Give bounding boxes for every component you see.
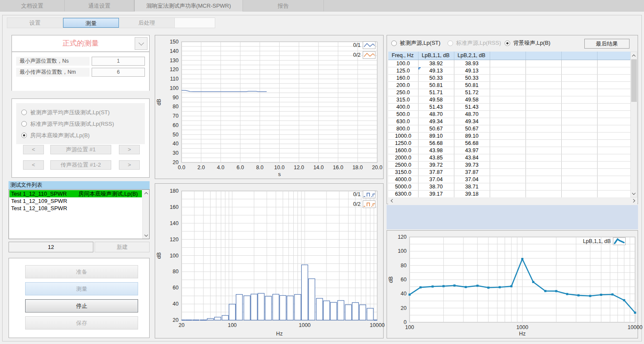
table-cell[interactable]	[597, 168, 630, 176]
scroll-down-icon[interactable]	[630, 190, 637, 197]
table-cell[interactable]: 89.10	[454, 132, 490, 139]
table-cell[interactable]: 315.0	[388, 96, 418, 103]
test-type-option-2[interactable]: 标准声源平均声压级测试,Lp(RSS)	[21, 118, 145, 130]
table-cell[interactable]	[597, 96, 630, 103]
table-cell[interactable]: 49.58	[418, 96, 454, 103]
table-cell[interactable]: 51.72	[454, 89, 490, 96]
table-cell[interactable]: 49.13	[418, 67, 454, 74]
table-cell[interactable]	[561, 154, 597, 161]
table-cell[interactable]	[526, 190, 561, 197]
table-cell[interactable]	[561, 96, 597, 103]
table-cell[interactable]	[526, 103, 561, 110]
tab-2[interactable]: 通道设置	[65, 0, 134, 12]
table-cell[interactable]	[561, 190, 597, 197]
table-cell[interactable]: 39.73	[454, 161, 490, 168]
last-result-button[interactable]: 最后结果	[584, 39, 630, 49]
file-list-item[interactable]: Test 1_12_110_SPWR房间本底噪声测试,Lp(B)	[9, 190, 142, 197]
scroll-right-icon[interactable]	[630, 197, 637, 204]
table-cell[interactable]	[561, 60, 597, 67]
table-cell[interactable]	[561, 161, 597, 168]
table-header-cell[interactable]	[597, 52, 630, 60]
subtab-1[interactable]: 设置	[7, 18, 63, 28]
table-cell[interactable]: 37.04	[418, 176, 454, 183]
table-cell[interactable]: 630.0	[388, 118, 418, 125]
table-cell[interactable]	[597, 161, 630, 168]
radio-icon[interactable]	[21, 110, 27, 115]
table-cell[interactable]: 38.70	[418, 183, 454, 190]
table-cell[interactable]: 51.71	[418, 89, 454, 96]
tab-4[interactable]: 报告	[243, 0, 324, 12]
table-cell[interactable]	[490, 67, 526, 74]
table-cell[interactable]	[597, 132, 630, 139]
position-next-button[interactable]: >	[119, 160, 140, 170]
table-cell[interactable]	[597, 147, 630, 154]
table-cell[interactable]: 39.18	[454, 190, 490, 197]
table-cell[interactable]: 200.0	[388, 81, 418, 89]
table-cell[interactable]: 43.84	[454, 154, 490, 161]
table-cell[interactable]	[490, 118, 526, 125]
table-header-cell[interactable]	[561, 52, 597, 60]
scroll-left-icon[interactable]	[388, 197, 395, 204]
radio-icon[interactable]	[448, 40, 453, 46]
action-button-measure[interactable]: 测量	[25, 282, 138, 295]
table-cell[interactable]	[561, 147, 597, 154]
position-next-button[interactable]: >	[119, 145, 140, 154]
table-cell[interactable]	[561, 110, 597, 118]
table-cell[interactable]: 800.0	[388, 125, 418, 132]
table-cell[interactable]	[561, 132, 597, 139]
table-cell[interactable]: 48.70	[418, 110, 454, 118]
table-cell[interactable]: 43.97	[454, 147, 490, 154]
table-cell[interactable]: 49.34	[454, 118, 490, 125]
test-type-option-3[interactable]: 房间本底噪声测试,Lp(B)	[21, 130, 145, 141]
table-cell[interactable]: 50.33	[454, 74, 490, 81]
table-cell[interactable]: 1250.0	[388, 139, 418, 147]
table-horizontal-scrollbar[interactable]	[388, 197, 637, 204]
file-counter-button[interactable]: 12	[9, 242, 93, 252]
table-cell[interactable]	[526, 67, 561, 74]
table-cell[interactable]	[561, 125, 597, 132]
result-source-option-1[interactable]: 被测声源,Lp(ST)	[391, 39, 440, 47]
mic-position-button[interactable]: 传声器位置 #1-2	[50, 160, 111, 170]
scrollbar-thumb[interactable]	[631, 59, 637, 102]
table-cell[interactable]	[490, 183, 526, 190]
table-header-cell[interactable]	[526, 52, 561, 60]
file-list-scrollbar[interactable]	[142, 190, 149, 239]
table-cell[interactable]: 39.17	[418, 190, 454, 197]
table-cell[interactable]	[561, 139, 597, 147]
table-cell[interactable]	[561, 89, 597, 96]
table-cell[interactable]: 37.87	[454, 168, 490, 176]
table-cell[interactable]: 5000.0	[388, 183, 418, 190]
table-header-cell[interactable]: LpB,1,1, dB	[418, 52, 454, 60]
table-cell[interactable]: 43.85	[418, 154, 454, 161]
table-cell[interactable]	[597, 67, 630, 74]
table-cell[interactable]	[597, 89, 630, 96]
result-source-option-3[interactable]: 背景噪声,Lp(B)	[505, 39, 550, 47]
table-cell[interactable]	[561, 176, 597, 183]
table-cell[interactable]	[490, 74, 526, 81]
action-button-prepare[interactable]: 准备	[25, 265, 138, 278]
scroll-up-icon[interactable]	[143, 190, 150, 197]
table-cell[interactable]	[490, 147, 526, 154]
table-cell[interactable]	[597, 183, 630, 190]
file-list-item[interactable]: Test 1_12_108_SPWR	[9, 205, 142, 212]
table-cell[interactable]	[561, 183, 597, 190]
scroll-up-icon[interactable]	[630, 52, 637, 59]
table-cell[interactable]: 250.0	[388, 89, 418, 96]
table-cell[interactable]	[490, 103, 526, 110]
table-cell[interactable]	[597, 60, 630, 67]
table-cell[interactable]: 48.70	[454, 110, 490, 118]
table-cell[interactable]	[526, 96, 561, 103]
param-value-field[interactable]: 1	[92, 57, 145, 66]
table-cell[interactable]	[597, 103, 630, 110]
scroll-down-icon[interactable]	[143, 232, 150, 239]
table-cell[interactable]: 39.72	[418, 161, 454, 168]
table-cell[interactable]	[526, 183, 561, 190]
table-cell[interactable]: 38.71	[454, 183, 490, 190]
table-cell[interactable]	[490, 81, 526, 89]
table-cell[interactable]	[526, 89, 561, 96]
table-cell[interactable]: 56.68	[418, 139, 454, 147]
table-cell[interactable]: 37.87	[418, 168, 454, 176]
table-cell[interactable]	[490, 89, 526, 96]
table-cell[interactable]	[561, 67, 597, 74]
table-cell[interactable]: 50.67	[454, 125, 490, 132]
